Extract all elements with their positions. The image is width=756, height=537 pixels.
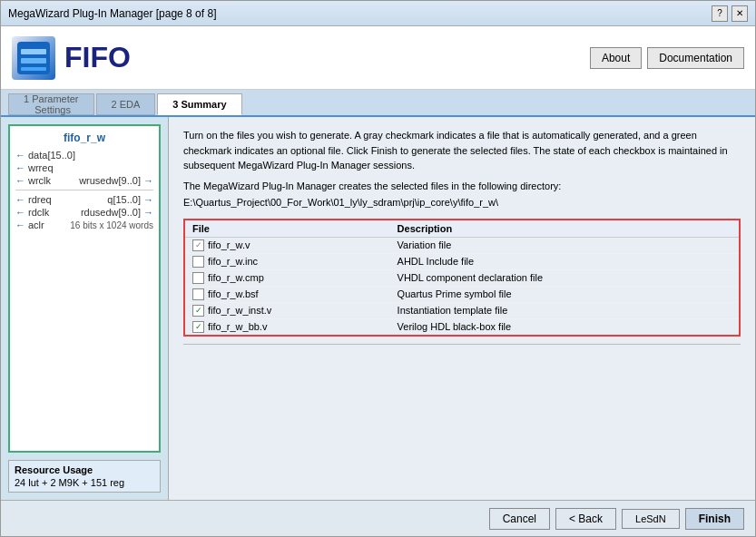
table-row: fifo_r_w.incAHDL Include file: [184, 253, 740, 269]
checkbox-cell: fifo_r_w.bsf: [192, 288, 383, 300]
file-name: fifo_r_w.cmp: [208, 272, 264, 283]
file-checkbox[interactable]: [192, 288, 204, 300]
bottom-bar: Cancel < Back LeSdN Finish: [1, 500, 755, 536]
port-size-info: 16 bits x 1024 words: [70, 220, 153, 230]
content-area: fifo_r_w data[15..0] wrreq wrclk wrusedw…: [1, 117, 755, 500]
port-rdclk: rdclk: [15, 207, 49, 218]
checkbox-cell: ✓fifo_r_w_bb.v: [192, 321, 383, 333]
port-row-rdclk: rdclk rdusedw[9..0]: [15, 207, 153, 218]
file-name: fifo_r_w.bsf: [208, 288, 259, 299]
file-name: fifo_r_w_inst.v: [208, 305, 271, 316]
port-aclr: aclr: [15, 220, 44, 230]
directory-label: The MegaWizard Plug-In Manager creates t…: [183, 181, 741, 191]
tab-summary-label: 3 Summary: [172, 99, 226, 110]
file-desc: AHDL Include file: [390, 253, 740, 269]
file-name: fifo_r_w.v: [208, 239, 250, 250]
file-checkbox[interactable]: ✓: [192, 239, 204, 251]
table-row: ✓fifo_r_w.vVariation file: [184, 237, 740, 253]
resource-value: 24 lut + 2 M9K + 151 reg: [15, 477, 154, 488]
port-rdusedw: rdusedw[9..0]: [81, 207, 153, 218]
header: FIFO About Documentation: [1, 26, 755, 90]
table-row: ✓fifo_r_w_bb.vVerilog HDL black-box file: [184, 318, 740, 336]
help-button[interactable]: ?: [712, 5, 728, 22]
port-row-wrreq: wrreq: [15, 162, 153, 173]
files-table: File Description ✓fifo_r_w.vVariation fi…: [183, 219, 741, 337]
main-window: MegaWizard Plug-In Manager [page 8 of 8]…: [0, 0, 756, 537]
port-data: data[15..0]: [15, 150, 75, 161]
file-desc: Quartus Prime symbol file: [390, 286, 740, 302]
tab-eda[interactable]: 2 EDA: [96, 93, 156, 115]
file-name: fifo_r_w.inc: [208, 256, 258, 267]
port-row-wrclk: wrclk wrusedw[9..0]: [15, 175, 153, 186]
table-row: ✓fifo_r_w_inst.vInstantiation template f…: [184, 302, 740, 318]
file-cell: ✓fifo_r_w.v: [184, 237, 390, 253]
resource-box: Resource Usage 24 lut + 2 M9K + 151 reg: [8, 460, 161, 493]
col-desc-header: Description: [390, 220, 740, 238]
file-checkbox[interactable]: ✓: [192, 305, 204, 317]
col-file-header: File: [184, 220, 390, 238]
port-wrusedw: wrusedw[9..0]: [79, 175, 153, 186]
title-bar-controls: ? ✕: [712, 5, 748, 22]
title-bar: MegaWizard Plug-In Manager [page 8 of 8]…: [1, 1, 755, 26]
port-rdreq: rdreq: [15, 194, 52, 205]
documentation-button[interactable]: Documentation: [647, 47, 744, 69]
table-row: fifo_r_w.cmpVHDL component declaration f…: [184, 269, 740, 286]
back-button[interactable]: < Back: [555, 508, 616, 530]
file-desc: Variation file: [390, 237, 740, 253]
checkbox-cell: fifo_r_w.inc: [192, 256, 383, 268]
checkbox-cell: ✓fifo_r_w_inst.v: [192, 305, 383, 317]
tabs-bar: 1 Parameter Settings 2 EDA 3 Summary: [1, 90, 755, 117]
file-checkbox[interactable]: [192, 272, 204, 284]
port-separator: [15, 190, 153, 190]
resource-title: Resource Usage: [15, 464, 154, 475]
title-bar-left: MegaWizard Plug-In Manager [page 8 of 8]: [8, 7, 216, 20]
right-panel: Turn on the files you wish to generate. …: [169, 117, 755, 500]
left-panel: fifo_r_w data[15..0] wrreq wrclk wrusedw…: [1, 117, 169, 500]
directory-path: E:\Quartus_Project\00_For_Work\01_ly\ly_…: [183, 197, 741, 208]
about-button[interactable]: About: [590, 47, 642, 69]
tab-summary[interactable]: 3 Summary: [157, 93, 241, 115]
header-buttons: About Documentation: [590, 47, 744, 69]
file-desc: Verilog HDL black-box file: [390, 318, 740, 336]
file-cell: ✓fifo_r_w_inst.v: [184, 302, 390, 318]
fifo-diagram: fifo_r_w data[15..0] wrreq wrclk wrusedw…: [8, 124, 161, 453]
file-cell: fifo_r_w.bsf: [184, 286, 390, 302]
fifo-icon: [12, 36, 55, 80]
file-desc: Instantiation template file: [390, 302, 740, 318]
file-cell: ✓fifo_r_w_bb.v: [184, 318, 390, 336]
port-wrclk: wrclk: [15, 175, 51, 186]
cancel-button[interactable]: Cancel: [489, 508, 550, 530]
file-cell: fifo_r_w.inc: [184, 253, 390, 269]
file-desc: VHDL component declaration file: [390, 269, 740, 286]
table-row: fifo_r_w.bsfQuartus Prime symbol file: [184, 286, 740, 302]
svg-rect-1: [21, 49, 46, 54]
file-checkbox[interactable]: [192, 256, 204, 268]
diagram-title: fifo_r_w: [15, 132, 153, 144]
file-name: fifo_r_w_bb.v: [208, 321, 267, 332]
checkbox-cell: ✓fifo_r_w.v: [192, 239, 383, 251]
tab-parameter-settings[interactable]: 1 Parameter Settings: [8, 93, 94, 115]
port-row-data: data[15..0]: [15, 150, 153, 161]
checkbox-cell: fifo_r_w.cmp: [192, 272, 383, 284]
port-row-aclr: aclr 16 bits x 1024 words: [15, 220, 153, 230]
fifo-title: FIFO: [64, 41, 131, 74]
svg-rect-3: [21, 67, 46, 71]
horizontal-divider: [183, 344, 741, 345]
port-row-rdreq: rdreq q[15..0]: [15, 194, 153, 205]
table-header-row: File Description: [184, 220, 740, 238]
svg-rect-2: [21, 58, 46, 63]
close-button[interactable]: ✕: [731, 5, 748, 22]
port-wrreq: wrreq: [15, 162, 54, 173]
description-text: Turn on the files you wish to generate. …: [183, 128, 741, 173]
file-cell: fifo_r_w.cmp: [184, 269, 390, 286]
finish-button[interactable]: Finish: [685, 508, 744, 530]
window-title: MegaWizard Plug-In Manager [page 8 of 8]: [8, 7, 216, 20]
lesdn-button[interactable]: LeSdN: [622, 509, 680, 529]
port-q: q[15..0]: [107, 194, 153, 205]
header-left: FIFO: [12, 36, 131, 80]
file-checkbox[interactable]: ✓: [192, 321, 204, 333]
